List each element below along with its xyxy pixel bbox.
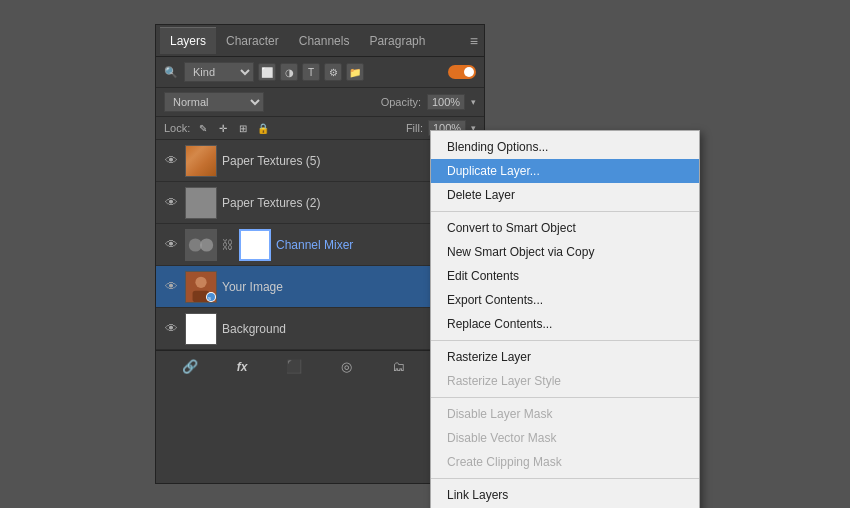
layer-thumbnail xyxy=(185,145,217,177)
tab-bar: Layers Character Channels Paragraph ≡ xyxy=(156,25,484,57)
menu-item-edit-contents[interactable]: Edit Contents xyxy=(431,264,699,288)
opacity-value[interactable]: 100% xyxy=(427,94,465,110)
menu-separator xyxy=(431,478,699,479)
menu-item-export-contents[interactable]: Export Contents... xyxy=(431,288,699,312)
chain-icon: ⛓ xyxy=(222,238,234,252)
svg-point-1 xyxy=(200,238,213,251)
menu-item-delete-layer[interactable]: Delete Layer xyxy=(431,183,699,207)
tab-layers[interactable]: Layers xyxy=(160,27,216,54)
fill-label: Fill: xyxy=(406,122,423,134)
opacity-label: Opacity: xyxy=(381,96,421,108)
lock-label: Lock: xyxy=(164,122,190,134)
layer-visibility-toggle[interactable]: 👁 xyxy=(162,194,180,212)
menu-item-new-smart-object-via-copy[interactable]: New Smart Object via Copy xyxy=(431,240,699,264)
adjustment-filter-icon[interactable]: ◑ xyxy=(280,63,298,81)
context-menu: Blending Options... Duplicate Layer... D… xyxy=(430,130,700,508)
opacity-arrow: ▾ xyxy=(471,97,476,107)
layer-thumbnail xyxy=(185,187,217,219)
filter-row: 🔍 Kind ⬜ ◑ T ⚙ 📁 xyxy=(156,57,484,88)
tab-channels[interactable]: Channels xyxy=(289,28,360,54)
menu-item-create-clipping-mask: Create Clipping Mask xyxy=(431,450,699,474)
lock-artboards-btn[interactable]: ⊞ xyxy=(235,120,251,136)
tab-paragraph[interactable]: Paragraph xyxy=(359,28,435,54)
new-group-button[interactable]: 🗂 xyxy=(386,356,410,378)
svg-text:s: s xyxy=(208,295,211,301)
blend-mode-select[interactable]: Normal xyxy=(164,92,264,112)
mask-thumbnail xyxy=(239,229,271,261)
layer-visibility-toggle[interactable]: 👁 xyxy=(162,320,180,338)
menu-item-convert-smart-object[interactable]: Convert to Smart Object xyxy=(431,216,699,240)
lock-icons: ✎ ✛ ⊞ 🔒 xyxy=(195,120,271,136)
svg-point-0 xyxy=(189,238,202,251)
layer-thumbnail xyxy=(185,313,217,345)
pixel-filter-icon[interactable]: ⬜ xyxy=(258,63,276,81)
menu-separator xyxy=(431,211,699,212)
new-adjustment-button[interactable]: ◎ xyxy=(334,356,358,378)
menu-item-blending-options[interactable]: Blending Options... xyxy=(431,135,699,159)
layer-thumbnail: s xyxy=(185,271,217,303)
lock-move-btn[interactable]: ✛ xyxy=(215,120,231,136)
layer-visibility-toggle[interactable]: 👁 xyxy=(162,236,180,254)
add-mask-button[interactable]: ⬛ xyxy=(282,356,306,378)
fx-button[interactable]: fx xyxy=(230,356,254,378)
menu-item-rasterize-layer[interactable]: Rasterize Layer xyxy=(431,345,699,369)
smart-filter-icon[interactable]: ⚙ xyxy=(324,63,342,81)
layer-thumbnail xyxy=(185,229,217,261)
menu-item-replace-contents[interactable]: Replace Contents... xyxy=(431,312,699,336)
svg-point-3 xyxy=(195,276,206,287)
tab-character[interactable]: Character xyxy=(216,28,289,54)
menu-item-link-layers[interactable]: Link Layers xyxy=(431,483,699,507)
menu-item-disable-vector-mask: Disable Vector Mask xyxy=(431,426,699,450)
menu-item-disable-layer-mask: Disable Layer Mask xyxy=(431,402,699,426)
smart-object-badge: s xyxy=(206,292,216,302)
link-layers-button[interactable]: 🔗 xyxy=(178,356,202,378)
layer-visibility-toggle[interactable]: 👁 xyxy=(162,278,180,296)
menu-item-duplicate-layer[interactable]: Duplicate Layer... xyxy=(431,159,699,183)
group-filter-icon[interactable]: 📁 xyxy=(346,63,364,81)
menu-separator xyxy=(431,397,699,398)
layer-visibility-toggle[interactable]: 👁 xyxy=(162,152,180,170)
filter-icons: ⬜ ◑ T ⚙ 📁 xyxy=(258,63,364,81)
panel-menu-icon[interactable]: ≡ xyxy=(470,33,478,49)
kind-select[interactable]: Kind xyxy=(184,62,254,82)
menu-separator xyxy=(431,340,699,341)
filter-label: 🔍 xyxy=(164,66,178,79)
lock-pixels-btn[interactable]: ✎ xyxy=(195,120,211,136)
filter-toggle[interactable] xyxy=(448,65,476,79)
menu-item-rasterize-layer-style: Rasterize Layer Style xyxy=(431,369,699,393)
text-filter-icon[interactable]: T xyxy=(302,63,320,81)
lock-all-btn[interactable]: 🔒 xyxy=(255,120,271,136)
blend-row: Normal Opacity: 100% ▾ xyxy=(156,88,484,117)
